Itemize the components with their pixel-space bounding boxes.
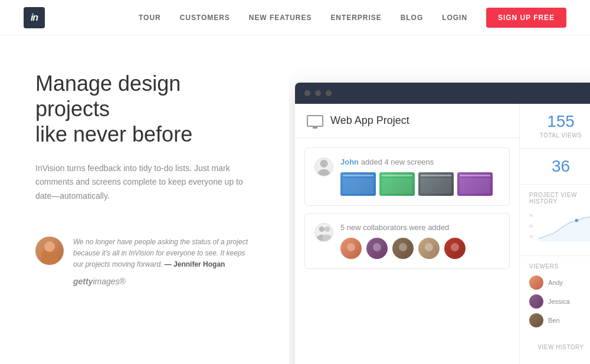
header: in TOUR CUSTOMERS NEW FEATURES ENTERPRIS… <box>0 0 590 35</box>
hero-headline: Manage design projects like never before <box>35 71 254 147</box>
viewer-row-jessica: Jessica <box>529 294 590 309</box>
collaborator-avatars <box>340 238 500 259</box>
testimonial-quote: We no longer have people asking the stat… <box>73 237 254 271</box>
viewer-avatar-jessica <box>529 294 543 309</box>
svg-text:10: 10 <box>529 235 533 238</box>
svg-point-0 <box>320 160 327 168</box>
viewer-name-andy: Andy <box>548 279 563 286</box>
screen-thumbnails <box>340 172 500 196</box>
project-main: Web App Project <box>295 104 519 364</box>
signup-button[interactable]: SIGN UP FREE <box>486 8 566 28</box>
nav-tour[interactable]: TOUR <box>139 14 161 22</box>
viewer-avatar-andy <box>529 276 543 290</box>
total-views-number: 155 <box>529 113 590 130</box>
screen-thumb-4 <box>457 172 493 196</box>
testimonial: We no longer have people asking the stat… <box>35 237 254 286</box>
project-view-history-chart: Project View History 50 25 10 <box>520 185 590 256</box>
total-views-label: Total Views <box>529 132 590 139</box>
testimonial-content: We no longer have people asking the stat… <box>73 237 254 286</box>
nav-login[interactable]: LOGIN <box>442 14 467 22</box>
collab-avatar-3 <box>392 238 414 259</box>
screen-thumb-3 <box>418 172 454 196</box>
nav-enterprise[interactable]: ENTERPRISE <box>330 14 381 22</box>
viewers-title: Viewers <box>529 263 590 270</box>
svg-point-2 <box>319 227 324 232</box>
svg-text:50: 50 <box>529 214 533 217</box>
viewer-name-ben: Ben <box>548 317 560 324</box>
svg-point-3 <box>324 227 330 232</box>
window-dot-1 <box>304 90 310 96</box>
window-dot-3 <box>326 90 332 96</box>
chart-svg: 50 25 10 <box>529 211 590 246</box>
svg-point-5 <box>322 235 332 241</box>
viewer-avatar-ben <box>529 313 543 327</box>
hero-subtext: InVision turns feedback into tidy to-do … <box>35 162 254 204</box>
screen-thumb-2 <box>379 172 415 196</box>
total-views-stat: 155 Total Views <box>520 104 590 149</box>
viewer-name-jessica: Jessica <box>548 298 570 305</box>
monitor-icon <box>307 115 323 127</box>
window-dot-2 <box>315 90 321 96</box>
main-nav: TOUR CUSTOMERS NEW FEATURES ENTERPRISE B… <box>139 8 566 28</box>
viewer-row-andy: Andy <box>529 276 590 290</box>
company-logo: gettyimages® <box>73 277 254 286</box>
collab-activity-text: 5 new collaborators were added <box>340 223 500 232</box>
hero-left: Manage design projects like never before… <box>0 35 289 364</box>
total-screens-stat: 36 <box>520 149 590 185</box>
activity-content-collab: 5 new collaborators were added <box>340 223 500 259</box>
project-title: Web App Project <box>330 114 409 127</box>
collab-avatar-4 <box>418 238 440 259</box>
activity-avatar-john <box>314 158 333 176</box>
logo[interactable]: in <box>24 7 45 28</box>
collab-avatar-2 <box>366 238 388 259</box>
activity-card-screens: John added 4 new screens <box>304 147 510 206</box>
collab-avatar-5 <box>444 238 466 259</box>
stats-sidebar: 155 Total Views 36 Project View History … <box>519 104 590 364</box>
activity-card-collaborators: 5 new collaborators were added <box>304 213 510 269</box>
nav-blog[interactable]: BLOG <box>401 14 424 22</box>
screen-thumb-1 <box>340 172 376 196</box>
testimonial-avatar <box>35 237 64 265</box>
activity-content-screens: John added 4 new screens <box>340 158 500 196</box>
app-window: Web App Project <box>295 83 590 364</box>
svg-marker-9 <box>539 217 590 241</box>
total-screens-number: 36 <box>529 158 590 175</box>
view-history-label[interactable]: View History <box>520 339 590 355</box>
app-titlebar <box>295 83 590 104</box>
svg-point-10 <box>575 219 578 222</box>
user-silhouette-icon <box>315 158 333 176</box>
nav-customers[interactable]: CUSTOMERS <box>180 14 230 22</box>
collab-avatar-1 <box>340 238 362 259</box>
chart-title: Project View History <box>529 192 590 205</box>
screens-activity-text: John added 4 new screens <box>340 158 500 166</box>
app-mockup-panel: Web App Project <box>289 35 590 364</box>
viewer-row-ben: Ben <box>529 313 590 327</box>
viewers-area: Viewers Andy Jessica Ben <box>520 256 590 339</box>
main-content: Manage design projects like never before… <box>0 35 590 364</box>
app-body: Web App Project <box>295 104 590 364</box>
activity-feed: John added 4 new screens <box>295 138 519 278</box>
activity-avatar-collab <box>314 223 333 242</box>
nav-new-features[interactable]: NEW FEATURES <box>249 14 312 22</box>
project-header: Web App Project <box>295 104 519 138</box>
users-silhouette-icon <box>315 223 333 242</box>
svg-text:25: 25 <box>529 224 533 228</box>
svg-point-1 <box>318 169 330 176</box>
